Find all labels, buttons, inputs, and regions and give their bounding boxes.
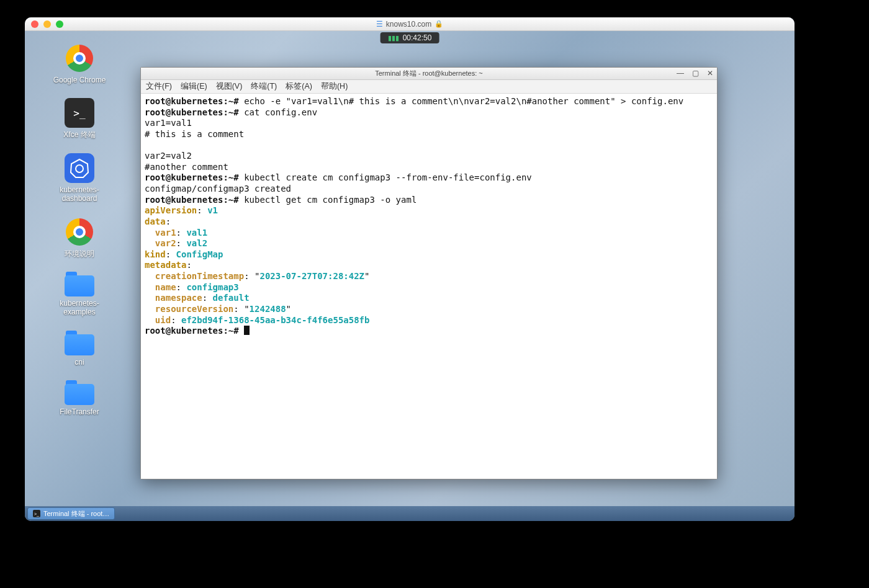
menu-edit[interactable]: 编辑(E): [181, 81, 207, 92]
yaml-value: v1: [207, 205, 218, 215]
icon-label: Google Chrome: [53, 76, 106, 84]
browser-url: ☰ knows10.com 🔒: [376, 20, 443, 29]
traffic-lights[interactable]: [25, 20, 63, 28]
mac-titlebar: ☰ knows10.com 🔒: [25, 17, 795, 31]
terminal-titlebar[interactable]: Terminal 终端 - root@kubernetes: ~ — ▢ ✕: [141, 68, 717, 80]
yaml-value: ef2bd94f-1368-45aa-b34c-f4f6e55a58fb: [181, 315, 369, 325]
menu-view[interactable]: 视图(V): [216, 81, 243, 92]
menu-help[interactable]: 帮助(H): [321, 81, 348, 92]
menu-file[interactable]: 文件(F): [146, 81, 172, 92]
clock-text: 00:42:50: [403, 33, 432, 42]
close-icon[interactable]: ✕: [706, 69, 714, 78]
folder-icon: [65, 272, 94, 296]
terminal-menubar[interactable]: 文件(F) 编辑(E) 视图(V) 终端(T) 标签(A) 帮助(H): [141, 80, 717, 94]
icon-label: cni: [74, 358, 84, 367]
cmd-kubectl-create: kubectl create cm configmap3 --from-env-…: [244, 172, 532, 182]
terminal-icon: [65, 98, 94, 128]
yaml-value: 2023-07-27T07:28:42Z: [259, 271, 364, 281]
svg-marker-0: [71, 159, 88, 177]
menu-terminal[interactable]: 终端(T): [251, 81, 277, 92]
yaml-key: resourceVersion: [155, 304, 233, 314]
cmd-kubectl-get: kubectl get cm configmap3 -o yaml: [244, 195, 416, 205]
yaml-key: metadata: [145, 260, 186, 270]
yaml-value: configmap3: [186, 282, 238, 292]
yaml-key: data: [145, 216, 166, 226]
icon-label: 环境说明: [65, 249, 94, 258]
taskbar-item-label: Terminal 终端 - root…: [43, 509, 109, 519]
yaml-key: creationTimestamp: [155, 271, 244, 281]
folder-icon: [65, 380, 94, 405]
yaml-key: var2: [155, 238, 176, 248]
icon-label: FileTransfer: [60, 408, 99, 416]
yaml-value: 1242488: [250, 304, 286, 314]
close-button[interactable]: [31, 20, 38, 28]
window-controls: — ▢ ✕: [676, 69, 714, 78]
chrome-icon: [65, 43, 94, 73]
prompt: root@kubernetes:~#: [145, 96, 239, 106]
cmd-cat: cat config.env: [244, 107, 317, 117]
terminal-window[interactable]: Terminal 终端 - root@kubernetes: ~ — ▢ ✕ 文…: [140, 67, 718, 479]
yaml-key: var1: [155, 228, 176, 238]
yaml-value: ConfigMap: [176, 249, 223, 259]
cmd-echo: echo -e "var1=val1\n# this is a comment\…: [244, 96, 683, 106]
yaml-key: apiVersion: [145, 205, 197, 215]
maximize-icon[interactable]: ▢: [691, 69, 700, 78]
prompt: root@kubernetes:~#: [145, 326, 239, 336]
url-text: knows10.com: [386, 20, 431, 29]
cursor: [244, 326, 250, 335]
minimize-icon[interactable]: —: [676, 69, 685, 78]
desktop-icon-k8s-examples[interactable]: kubernetes- examples: [42, 272, 117, 317]
minimize-button[interactable]: [43, 20, 51, 28]
icon-label: kubernetes- examples: [60, 299, 99, 317]
desktop-icons: Google Chrome Xfce 终端 kubernetes- dashbo…: [36, 43, 123, 417]
kubernetes-icon: [65, 153, 94, 183]
yaml-value: default: [213, 293, 250, 303]
desktop-icon-env-notes[interactable]: 环境说明: [42, 217, 117, 258]
yaml-quote: ": [364, 271, 369, 281]
output-line: configmap/configmap3 created: [145, 184, 291, 194]
output-line: var2=val2: [145, 151, 192, 161]
taskbar-item-terminal[interactable]: >_ Terminal 终端 - root…: [27, 507, 115, 520]
terminal-icon: >_: [33, 510, 40, 517]
terminal-title: Terminal 终端 - root@kubernetes: ~: [375, 69, 482, 78]
output-line: var1=val1: [145, 118, 192, 128]
yaml-key: namespace: [155, 293, 202, 303]
icon-label: Xfce 终端: [63, 130, 95, 139]
desktop-icon-cni[interactable]: cni: [42, 331, 117, 367]
desktop-icon-chrome[interactable]: Google Chrome: [42, 43, 117, 84]
yaml-key: name: [155, 282, 176, 292]
desktop-icon-filetransfer[interactable]: FileTransfer: [42, 380, 117, 416]
yaml-key: uid: [155, 315, 171, 325]
taskbar[interactable]: >_ Terminal 终端 - root…: [25, 506, 795, 521]
folder-icon: [65, 331, 94, 355]
svg-point-1: [76, 165, 83, 172]
icon-label: kubernetes- dashboard: [60, 185, 99, 203]
yaml-value: val2: [186, 238, 207, 248]
yaml-key: kind: [145, 249, 166, 259]
mac-vnc-window: ☰ knows10.com 🔒 ▮▮▮ 00:42:50 Google Chro…: [25, 17, 795, 521]
zoom-button[interactable]: [56, 20, 63, 28]
prompt: root@kubernetes:~#: [145, 172, 239, 182]
site-settings-icon: ☰: [376, 20, 383, 29]
chrome-icon: [65, 217, 94, 247]
output-line: #another comment: [145, 162, 228, 172]
menu-tabs[interactable]: 标签(A): [286, 81, 312, 92]
prompt: root@kubernetes:~#: [145, 195, 239, 205]
terminal-body[interactable]: root@kubernetes:~# echo -e "var1=val1\n#…: [141, 94, 717, 479]
yaml-value: val1: [186, 228, 207, 238]
desktop-icon-xfce-terminal[interactable]: Xfce 终端: [42, 98, 117, 139]
yaml-quote: ": [286, 304, 291, 314]
lock-icon: 🔒: [434, 20, 443, 28]
session-clock: ▮▮▮ 00:42:50: [380, 32, 439, 43]
prompt: root@kubernetes:~#: [145, 107, 239, 117]
signal-icon: ▮▮▮: [388, 34, 399, 42]
desktop-icon-k8s-dashboard[interactable]: kubernetes- dashboard: [42, 153, 117, 203]
output-line: # this is a comment: [145, 129, 244, 139]
yaml-quote: ": [244, 304, 249, 314]
